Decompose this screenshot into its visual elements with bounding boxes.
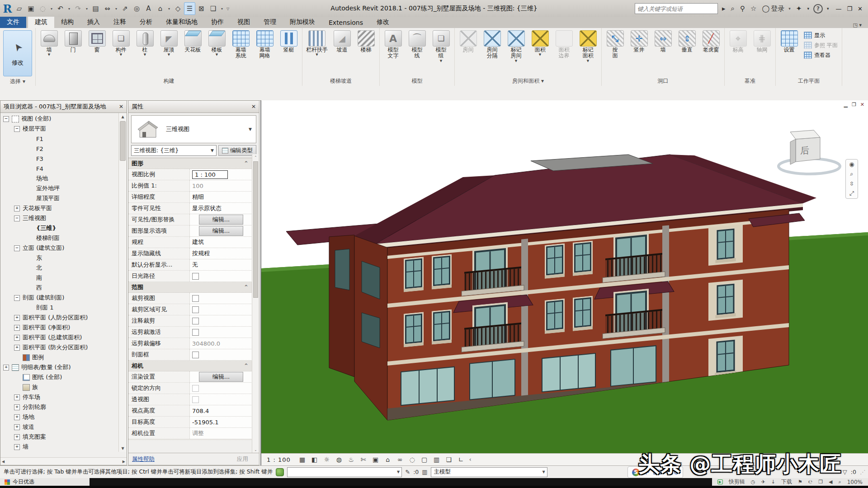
tree-item[interactable]: + 面积平面 (净面积)	[0, 323, 127, 333]
tree-item[interactable]: 剖面 1	[0, 303, 127, 313]
tree-item[interactable]: + 分割轮廓	[0, 402, 127, 412]
help-dropdown[interactable]: ▾	[827, 6, 829, 11]
tree-item[interactable]: + 墙	[0, 442, 127, 452]
tree-item[interactable]: − 视图 (全部)	[0, 114, 127, 124]
tree-item[interactable]: − 三维视图	[0, 213, 127, 223]
favorites-icon[interactable]: ☆	[750, 5, 758, 13]
ribbon-button[interactable]: 构件▼	[109, 29, 133, 56]
viewcube[interactable]: 后	[778, 130, 840, 174]
boost-icon[interactable]: ✈	[761, 479, 765, 485]
property-row[interactable]: 视点高度 708.4	[128, 405, 252, 417]
speaker-icon[interactable]: ◀	[829, 479, 832, 485]
ribbon-button[interactable]: 模型 文字▼	[381, 29, 405, 59]
property-row[interactable]: 显示隐藏线 按规程	[128, 248, 252, 259]
measure-button[interactable]: ⇔	[102, 2, 113, 15]
resize-grip[interactable]: ⋰	[860, 469, 865, 475]
tree-expander[interactable]	[28, 196, 33, 201]
close-inactive-views-button[interactable]: ⊠	[196, 2, 207, 15]
ribbon-button[interactable]: 楼梯▼	[354, 29, 378, 53]
tree-expander[interactable]	[15, 375, 20, 380]
browser-close-icon[interactable]: ✕	[119, 103, 123, 110]
ribbon-button[interactable]: 门▼	[61, 29, 85, 53]
shadows-icon[interactable]: ◍	[335, 456, 343, 463]
instance-combo[interactable]: 三维视图: {三维}▼	[131, 145, 217, 156]
edit-type-button[interactable]: 编辑类型	[218, 145, 256, 156]
status-combo[interactable]: ▼	[287, 467, 402, 477]
tree-item[interactable]: 楼梯剖面	[0, 233, 127, 243]
drawing-area[interactable]: 后 ▁❐✕ ◉⌕⇳⤢ 1 : 100 ▦◧☼◍♨✄▣⌂∞◌▢▥❏∟ ‹	[260, 100, 868, 465]
tree-expander[interactable]: +	[14, 424, 20, 430]
ribbon-display-toggle[interactable]: ◳ ▾	[853, 22, 868, 28]
tree-item[interactable]: 东	[0, 253, 127, 263]
tree-expander[interactable]: −	[14, 295, 20, 301]
properties-help-link[interactable]: 属性帮助	[132, 455, 155, 463]
property-row[interactable]: 相机位置 调整	[128, 428, 252, 439]
ribbon-button[interactable]: 模型 线▼	[405, 29, 429, 59]
ribbon-tab[interactable]: 附加模块	[283, 17, 322, 28]
editing-requests-icon[interactable]: ✎	[405, 469, 410, 475]
tree-item[interactable]: + 场地	[0, 412, 127, 422]
show-crop-region-icon[interactable]: ▣	[372, 456, 380, 463]
today-picks[interactable]: 今日优选	[0, 478, 90, 486]
property-row[interactable]: 标识数据	[128, 439, 252, 440]
tree-item[interactable]: 室外地坪	[0, 183, 127, 193]
steering-wheel-icon[interactable]: ◉	[849, 161, 854, 168]
temporary-hide-isolate-icon[interactable]: ∞	[396, 456, 404, 463]
sign-in-button[interactable]: ◯登录	[762, 5, 784, 13]
property-row[interactable]: 裁剪区域可见	[128, 304, 252, 315]
tree-expander[interactable]	[28, 266, 33, 271]
tree-item[interactable]: 屋顶平面	[0, 193, 127, 203]
ribbon-button[interactable]: 轴网▼	[750, 29, 774, 53]
tree-item[interactable]: − 立面 (建筑立面)	[0, 243, 127, 253]
tree-item[interactable]: 族	[0, 382, 127, 392]
tree-expander[interactable]: −	[14, 245, 20, 251]
ribbon-button[interactable]: 坡道▼	[330, 29, 354, 53]
tree-expander[interactable]	[28, 186, 33, 191]
graphic-display-options-icon[interactable]: ◧	[311, 456, 319, 463]
ribbon-button[interactable]: 房间 分隔▼	[480, 29, 504, 59]
ribbon-tab[interactable]: 体量和场地	[159, 17, 204, 28]
tree-expander[interactable]	[15, 385, 20, 390]
history-icon[interactable]: ◷	[751, 479, 755, 485]
property-row[interactable]: 渲染设置 编辑...	[128, 371, 252, 383]
property-row[interactable]: 日光路径	[128, 271, 252, 282]
worksets-icon[interactable]: ▥	[422, 469, 427, 475]
redo-dropdown[interactable]: ▾	[84, 2, 90, 15]
maximize-button[interactable]: ❐	[844, 5, 855, 12]
pan-icon[interactable]: ⇳	[849, 180, 854, 187]
undo-button[interactable]: ↶	[55, 2, 66, 15]
ribbon-tab[interactable]: 分析	[133, 17, 159, 28]
tree-item[interactable]: 图纸 (全部)	[0, 372, 127, 382]
tree-item[interactable]: + 坡道	[0, 422, 127, 432]
ribbon-button[interactable]: 标高▼	[726, 29, 750, 53]
show-constraints-icon[interactable]: ∟	[457, 456, 465, 463]
view-scale[interactable]: 1 : 100	[267, 456, 291, 463]
render-icon[interactable]: ♨	[347, 456, 355, 463]
tree-expander[interactable]: +	[14, 404, 20, 410]
ribbon-tab[interactable]: 结构	[54, 17, 80, 28]
reveal-hidden-elements-icon[interactable]: ◌	[408, 456, 416, 463]
sign-in-dropdown[interactable]: ▾	[788, 6, 792, 11]
tree-item[interactable]: − 楼层平面	[0, 124, 127, 134]
tree-item[interactable]: 图例	[0, 352, 127, 362]
property-row[interactable]: 相机	[128, 361, 252, 371]
tree-expander[interactable]: +	[14, 315, 20, 321]
vcb-collapse-icon[interactable]: ‹	[469, 456, 472, 463]
ribbon-button[interactable]: 面积 边界▼	[552, 29, 576, 59]
tree-item[interactable]: + 停车场	[0, 392, 127, 402]
tree-expander[interactable]	[28, 146, 33, 151]
view-close-button[interactable]: ✕	[860, 102, 864, 108]
tree-expander[interactable]	[28, 286, 33, 291]
active-workset-combo[interactable]: 主模型▼	[431, 467, 547, 477]
tree-expander[interactable]	[28, 166, 33, 171]
tree-item[interactable]: + 面积平面 (总建筑面积)	[0, 333, 127, 343]
tree-item[interactable]: + 明细表/数量 (全部)	[0, 362, 127, 372]
property-row[interactable]: 零件可见性 显示原状态	[128, 203, 252, 214]
ribbon-tab[interactable]: 注释	[107, 17, 133, 28]
property-row[interactable]: 目标高度 -51905.1	[128, 417, 252, 428]
selection-filter-icon[interactable]: ▽	[843, 469, 847, 475]
ribbon-button[interactable]: 按 面▼	[603, 29, 627, 59]
property-row[interactable]: 图形显示选项 编辑...	[128, 225, 252, 237]
ribbon-button[interactable]: 模型 组▼	[429, 29, 453, 62]
tree-item[interactable]: {三维}	[0, 223, 127, 233]
